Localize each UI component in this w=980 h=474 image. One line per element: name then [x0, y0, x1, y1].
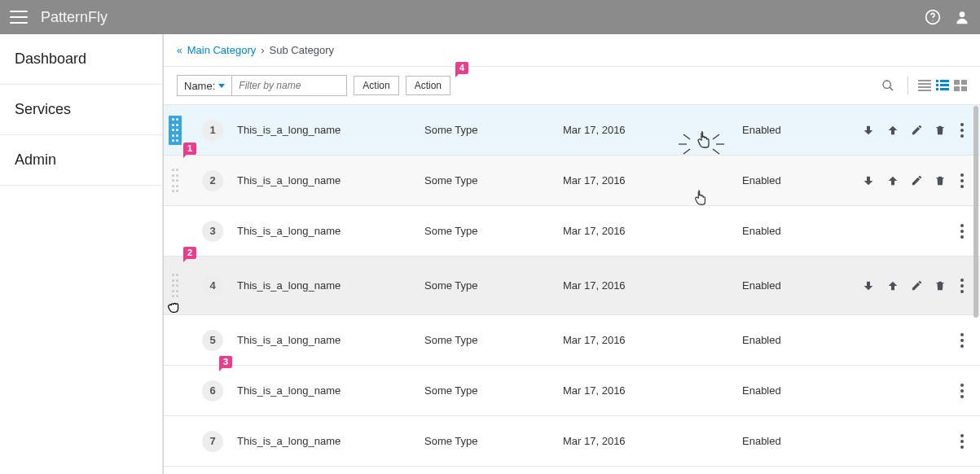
view-detail-list-icon[interactable]	[936, 80, 949, 91]
row-status: Enabled	[742, 225, 832, 237]
toolbar-separator	[907, 77, 908, 94]
annotation-pin-3: 3	[219, 356, 232, 368]
help-icon[interactable]	[925, 9, 941, 25]
annotation-pin-2: 2	[183, 247, 196, 259]
breadcrumb: « Main Category › Sub Category	[164, 34, 980, 67]
sidebar: Dashboard Services Admin	[0, 34, 163, 474]
row-index-badge: 3	[188, 221, 237, 242]
svg-rect-13	[936, 88, 938, 90]
annotation-pin-4: 4	[455, 62, 468, 74]
row-type: Some Type	[424, 124, 563, 136]
breadcrumb-back-icon[interactable]: «	[177, 45, 182, 56]
scrollbar[interactable]	[973, 106, 978, 464]
svg-rect-7	[918, 86, 931, 88]
row-status: Enabled	[742, 384, 832, 397]
view-grid-icon[interactable]	[954, 80, 967, 91]
brand-title: PatternFly	[41, 9, 108, 26]
main-content: « Main Category › Sub Category Name: Act…	[163, 34, 980, 474]
breadcrumb-separator: ›	[261, 44, 264, 56]
svg-rect-9	[936, 80, 938, 82]
svg-rect-8	[918, 90, 931, 91]
row-name: This_is_a_long_name	[237, 225, 424, 237]
row-index-badge: 4	[188, 275, 237, 296]
filter-dropdown[interactable]: Name:	[178, 76, 232, 95]
breadcrumb-main[interactable]: Main Category	[187, 44, 257, 56]
filter-input[interactable]	[232, 76, 346, 95]
row-date: Mar 17, 2016	[563, 174, 701, 187]
move-down-icon[interactable]	[862, 174, 875, 187]
kebab-menu-icon[interactable]	[957, 380, 967, 402]
kebab-menu-icon[interactable]	[957, 120, 967, 141]
svg-point-3	[883, 81, 890, 88]
svg-rect-10	[940, 80, 949, 82]
delete-icon[interactable]	[934, 279, 946, 292]
svg-rect-5	[918, 80, 931, 81]
row-type: Some Type	[424, 384, 563, 397]
row-type: Some Type	[424, 279, 563, 292]
annotation-pin-1: 1	[183, 143, 196, 155]
row-status: Enabled	[742, 334, 832, 346]
row-index-badge: 6	[188, 380, 237, 402]
move-down-icon[interactable]	[862, 124, 875, 137]
delete-icon[interactable]	[934, 174, 946, 187]
drag-handle-icon[interactable]	[169, 116, 182, 145]
drag-handle-icon[interactable]	[169, 166, 182, 195]
kebab-menu-icon[interactable]	[957, 170, 967, 191]
toolbar: Name: Action Action 4	[164, 67, 980, 105]
sidebar-item-admin[interactable]: Admin	[0, 135, 162, 186]
edit-icon[interactable]	[911, 174, 923, 187]
move-up-icon[interactable]	[886, 279, 899, 292]
kebab-menu-icon[interactable]	[957, 221, 967, 242]
row-index-badge: 5	[188, 330, 237, 351]
search-icon[interactable]	[878, 76, 898, 95]
view-list-icon[interactable]	[918, 80, 931, 91]
edit-icon[interactable]	[911, 124, 923, 136]
delete-icon[interactable]	[934, 124, 946, 137]
drag-handle-icon[interactable]	[169, 271, 182, 301]
row-date: Mar 17, 2016	[563, 435, 701, 447]
caret-down-icon	[218, 84, 225, 88]
list-row[interactable]: 3 This_is_a_long_name Some Type Mar 17, …	[164, 206, 980, 257]
list-row[interactable]: 2 This_is_a_long_name Some Type Mar 17, …	[164, 156, 980, 206]
row-index-badge: 2	[188, 170, 237, 191]
move-down-icon[interactable]	[862, 279, 875, 292]
kebab-menu-icon[interactable]	[957, 431, 967, 452]
row-status: Enabled	[742, 279, 832, 292]
row-index-badge: 1	[188, 120, 237, 141]
row-name: This_is_a_long_name	[237, 435, 424, 447]
list-view: 1 This_is_a_long_name Some Type Mar 17, …	[164, 105, 980, 474]
row-type: Some Type	[424, 174, 563, 187]
svg-rect-16	[961, 80, 967, 85]
top-bar: PatternFly	[0, 0, 980, 34]
row-status: Enabled	[742, 124, 832, 136]
action-button-2[interactable]: Action	[406, 76, 450, 95]
list-row[interactable]: 6 This_is_a_long_name Some Type Mar 17, …	[164, 366, 980, 416]
row-date: Mar 17, 2016	[563, 124, 701, 136]
row-date: Mar 17, 2016	[563, 334, 701, 346]
row-status: Enabled	[742, 174, 832, 187]
row-name: This_is_a_long_name	[237, 384, 424, 397]
row-type: Some Type	[424, 225, 563, 237]
kebab-menu-icon[interactable]	[957, 330, 967, 351]
list-row[interactable]: 1 This_is_a_long_name Some Type Mar 17, …	[164, 105, 980, 156]
move-up-icon[interactable]	[886, 124, 899, 137]
list-row[interactable]: 4 This_is_a_long_name Some Type Mar 17, …	[164, 257, 980, 315]
row-name: This_is_a_long_name	[237, 279, 424, 292]
row-type: Some Type	[424, 334, 563, 346]
sidebar-item-services[interactable]: Services	[0, 85, 162, 135]
edit-icon[interactable]	[911, 279, 923, 292]
menu-toggle-icon[interactable]	[10, 11, 28, 24]
list-row[interactable]: 7 This_is_a_long_name Some Type Mar 17, …	[164, 416, 980, 467]
breadcrumb-current: Sub Category	[270, 44, 335, 56]
row-date: Mar 17, 2016	[563, 384, 701, 397]
row-name: This_is_a_long_name	[237, 174, 424, 187]
sidebar-item-dashboard[interactable]: Dashboard	[0, 34, 162, 85]
user-icon[interactable]	[954, 9, 970, 25]
svg-rect-14	[940, 88, 949, 90]
move-up-icon[interactable]	[886, 174, 899, 187]
kebab-menu-icon[interactable]	[957, 275, 967, 296]
svg-line-4	[890, 87, 893, 90]
action-button-1[interactable]: Action	[354, 76, 398, 95]
row-type: Some Type	[424, 435, 563, 447]
list-row[interactable]: 5 This_is_a_long_name Some Type Mar 17, …	[164, 315, 980, 366]
